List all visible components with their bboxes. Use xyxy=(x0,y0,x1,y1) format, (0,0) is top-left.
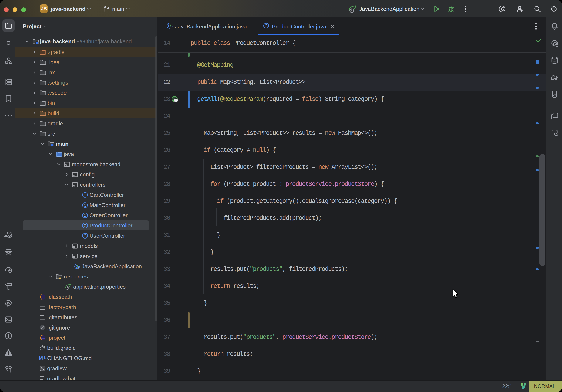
svg-text:C: C xyxy=(83,203,86,207)
svg-text:C: C xyxy=(83,224,86,228)
svg-text:M: M xyxy=(39,356,43,361)
svg-text:C: C xyxy=(83,213,86,218)
svg-text:C: C xyxy=(83,193,86,197)
svg-text:C: C xyxy=(83,234,86,238)
svg-text:C: C xyxy=(265,24,268,28)
